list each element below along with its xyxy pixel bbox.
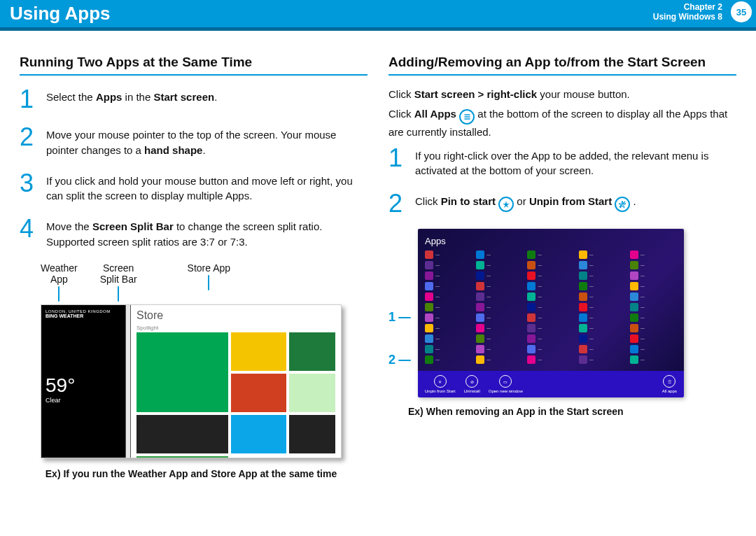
app-item[interactable]: — [630,292,677,301]
screenshot-split-apps: LONDON, UNITED KINGDOM BING WEATHER 59° … [41,304,342,458]
section-title-left: Running Two Apps at the Same Time [20,55,368,76]
app-item[interactable]: — [579,324,626,332]
app-item[interactable]: — [476,324,523,332]
store-app-panel: Store Spotlight [131,305,341,458]
app-item[interactable]: — [476,261,523,269]
app-item[interactable]: — [476,345,523,353]
store-tile[interactable] [289,374,335,412]
app-item[interactable]: — [527,261,574,269]
app-item[interactable]: — [476,303,523,311]
screenshot-callouts: Weather App Screen Split Bar Store App [41,262,368,302]
apps-screen: Apps ———————————————————————————————————… [418,229,684,371]
header-right: Chapter 2 Using Windows 8 35 [653,0,752,24]
app-item[interactable]: — [425,251,472,259]
app-item[interactable]: — [425,345,472,353]
app-item[interactable]: — [630,303,677,311]
app-item[interactable]: — [579,251,626,259]
section-title-right: Adding/Removing an App to/from the Start… [388,55,736,76]
all-apps-button[interactable]: ☰All apps [662,375,677,393]
store-tile[interactable] [136,415,228,453]
app-item[interactable]: — [476,334,523,343]
app-item[interactable]: — [425,324,472,332]
step-text: Move your mouse pointer to the top of th… [46,125,368,158]
weather-app-panel: LONDON, UNITED KINGDOM BING WEATHER 59° … [41,305,125,458]
app-item[interactable]: — [527,355,574,364]
unpin-from-start-button[interactable]: ✕Unpin from Start [425,375,456,393]
callout-store-app: Store App [188,262,231,302]
store-tile[interactable] [231,374,286,412]
app-item[interactable]: — [425,271,472,280]
left-column: Running Two Apps at the Same Time 1 Sele… [20,45,368,479]
app-item[interactable]: — [527,324,574,332]
app-item[interactable]: — [476,251,523,259]
app-item[interactable]: — [579,313,626,322]
app-item[interactable]: — [425,355,472,364]
app-item[interactable]: — [425,334,472,343]
app-item[interactable]: — [630,355,677,364]
app-item[interactable]: — [476,292,523,301]
store-tile[interactable] [289,332,335,371]
apps-heading: Apps [425,236,677,246]
store-tile[interactable] [136,456,228,458]
app-item[interactable]: — [527,313,574,322]
app-item[interactable]: — [579,261,626,269]
screen-split-bar[interactable] [125,305,131,458]
step-text: If you right-click over the App to be ad… [415,146,736,179]
step-number: 1 [20,87,38,112]
app-item[interactable]: — [527,251,574,259]
app-item[interactable]: — [425,313,472,322]
step-number: 4 [20,216,38,250]
app-item[interactable]: — [527,282,574,290]
store-tile[interactable] [136,332,228,412]
app-item[interactable]: — [630,261,677,269]
app-item[interactable]: — [527,271,574,280]
intro-paragraph: Click All Apps at the bottom of the scre… [388,106,736,140]
intro-paragraph: Click Start screen > right-click your mo… [388,87,736,102]
app-item[interactable]: — [630,271,677,280]
app-item[interactable]: — [579,303,626,311]
chapter-label: Chapter 2 [653,2,722,12]
screenshot-caption-left: Ex) If you run the Weather App and Store… [41,468,342,479]
uninstall-button[interactable]: ⊘Uninstall [464,375,480,393]
step-number: 1 [388,146,407,179]
app-item[interactable]: — [579,292,626,301]
app-item[interactable]: — [630,251,677,259]
right-column: Adding/Removing an App to/from the Start… [388,45,736,479]
unpin-icon [615,197,630,212]
app-item[interactable]: — [630,324,677,332]
step-number: 2 [20,125,38,158]
store-tile[interactable] [289,415,335,453]
app-item[interactable]: — [476,313,523,322]
store-tile[interactable] [231,332,286,371]
app-item[interactable]: — [425,292,472,301]
step-text: Move the Screen Split Bar to change the … [46,216,368,250]
app-item[interactable]: — [630,313,677,322]
app-item[interactable]: — [579,271,626,280]
callout-split-bar: Screen Split Bar [100,262,137,302]
app-item[interactable]: — [425,303,472,311]
page-number-badge: 35 [731,1,752,22]
app-item[interactable]: — [476,282,523,290]
app-item[interactable]: — [630,282,677,290]
app-item[interactable]: — [425,282,472,290]
app-item[interactable]: — [476,355,523,364]
app-item[interactable]: — [527,345,574,353]
app-item[interactable]: — [476,271,523,280]
top-bar: Using Apps Chapter 2 Using Windows 8 35 [0,0,756,31]
app-item[interactable]: — [579,345,626,353]
step-1: 1 Select the Apps in the Start screen. [20,87,368,112]
app-item[interactable]: — [527,303,574,311]
page-title: Using Apps [10,3,110,24]
screenshot-all-apps: Apps ———————————————————————————————————… [418,229,684,397]
app-item[interactable]: — [579,334,626,343]
store-tile[interactable] [231,415,286,453]
open-new-window-button[interactable]: ▭Open new window [489,375,523,393]
app-item[interactable]: — [527,334,574,343]
app-item[interactable]: — [579,355,626,364]
app-item[interactable]: — [630,334,677,343]
callout-weather-app: Weather App [41,262,78,302]
app-item[interactable]: — [630,345,677,353]
app-item[interactable]: — [579,282,626,290]
app-item[interactable]: — [527,292,574,301]
app-item[interactable]: — [425,261,472,269]
